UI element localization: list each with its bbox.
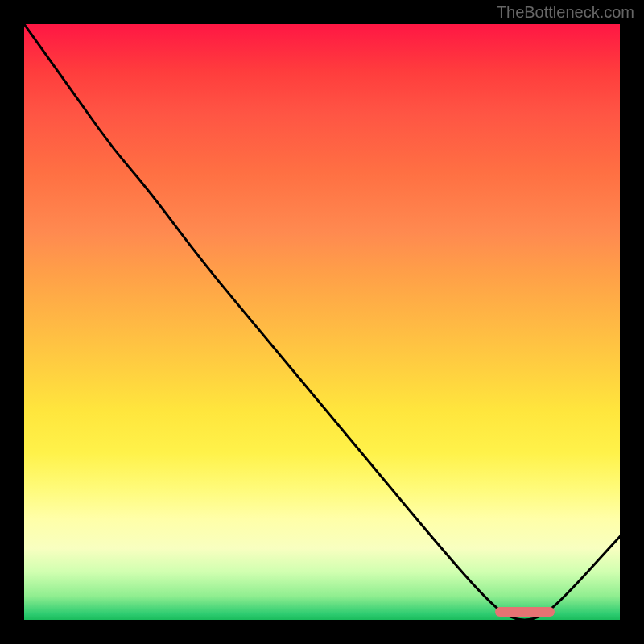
chart-line-svg: [24, 24, 620, 620]
chart-optimal-marker: [495, 607, 555, 617]
chart-plot-area: [24, 24, 620, 620]
watermark-text: TheBottleneck.com: [497, 3, 634, 22]
chart-curve: [24, 24, 620, 620]
